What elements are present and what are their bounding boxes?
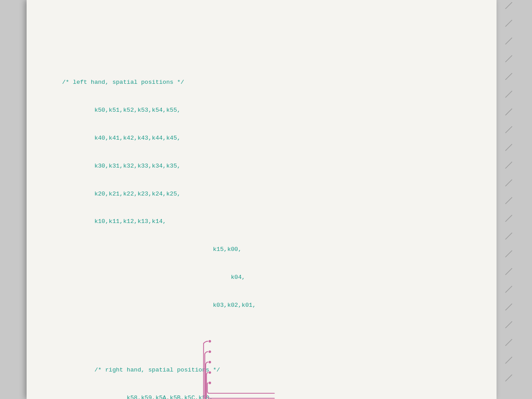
svg-point-2 (208, 361, 211, 364)
svg-line-43 (505, 55, 512, 62)
svg-line-49 (505, 162, 512, 168)
svg-line-42 (505, 38, 512, 44)
svg-point-0 (208, 340, 211, 343)
svg-line-48 (505, 144, 512, 151)
svg-line-52 (505, 215, 512, 222)
svg-line-51 (505, 197, 512, 204)
svg-line-57 (505, 304, 512, 310)
svg-line-59 (505, 339, 512, 346)
left-row-1: k50,k51,k52,k53,k54,k55, (62, 106, 470, 115)
left-row-5: k10,k11,k12,k13,k14, (62, 217, 470, 227)
svg-line-44 (505, 73, 512, 80)
left-row-7: k04, (62, 273, 470, 282)
svg-line-60 (505, 357, 512, 364)
right-row-1: k58,k59,k5A,k5B,k5C,k5D, (62, 394, 470, 399)
annotation-overlay (62, 13, 470, 399)
svg-line-47 (505, 126, 512, 133)
left-row-8: k03,k02,k01, (62, 301, 470, 310)
left-hand-comment: /* left hand, spatial positions */ (62, 78, 470, 87)
svg-line-56 (505, 286, 512, 293)
svg-point-4 (208, 382, 211, 384)
svg-line-61 (505, 375, 512, 381)
left-row-2: k40,k41,k42,k43,k44,k45, (62, 134, 470, 143)
svg-line-54 (505, 250, 512, 257)
paper-page: /* left hand, spatial positions */ k50,k… (27, 0, 497, 399)
left-row-6: k15,k00, (62, 245, 470, 254)
svg-line-45 (505, 91, 512, 98)
svg-point-1 (208, 350, 211, 353)
svg-line-40 (505, 2, 512, 9)
code-area: /* left hand, spatial positions */ k50,k… (62, 13, 470, 399)
svg-line-50 (505, 180, 512, 186)
svg-line-55 (505, 268, 512, 275)
left-row-3: k30,k31,k32,k33,k34,k35, (62, 162, 470, 171)
spacer-1 (62, 329, 470, 338)
svg-line-46 (505, 109, 512, 115)
left-row-4: k20,k21,k22,k23,k24,k25, (62, 190, 470, 199)
svg-line-41 (505, 20, 512, 27)
svg-line-53 (505, 233, 512, 239)
right-margin-dashes (497, 0, 519, 399)
svg-line-58 (505, 321, 512, 328)
right-hand-comment: /* right hand, spatial positions */ (62, 366, 470, 375)
